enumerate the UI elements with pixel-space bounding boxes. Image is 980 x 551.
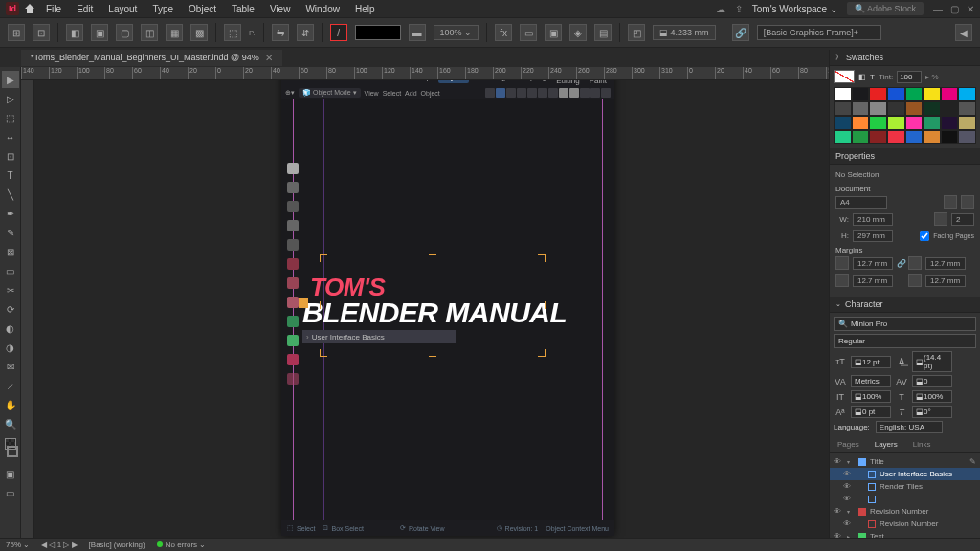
swatch-cell[interactable]: [941, 87, 959, 101]
tracking-input[interactable]: ⬓ 0: [912, 375, 952, 387]
swatch-cell[interactable]: [887, 130, 905, 144]
swatch-cell[interactable]: [869, 101, 887, 116]
close-icon[interactable]: ✕: [967, 4, 974, 14]
corner-size[interactable]: ⬓ 4.233 mm: [653, 25, 716, 40]
swatch-cell[interactable]: [923, 101, 941, 116]
gap-tool[interactable]: ↔: [2, 128, 19, 145]
ruler-vertical[interactable]: [21, 80, 34, 538]
link-icon[interactable]: 🔗: [732, 24, 749, 41]
stroke-swatch[interactable]: [7, 446, 18, 457]
swatch-cell[interactable]: [958, 116, 976, 130]
swatch-cell[interactable]: [852, 101, 870, 116]
character-panel-header[interactable]: ⌄Character: [830, 297, 980, 313]
swatch-cell[interactable]: [941, 101, 959, 116]
layer-row[interactable]: 👁▾Revision Number: [830, 505, 980, 518]
direct-selection-tool[interactable]: ▷: [2, 90, 19, 107]
width-input[interactable]: 210 mm: [853, 213, 893, 226]
rectangle-tool[interactable]: ▭: [2, 262, 19, 279]
corner-icon[interactable]: ◰: [628, 24, 645, 41]
swatch-cell[interactable]: [941, 130, 959, 144]
swatch-cell[interactable]: [905, 101, 924, 116]
canvas[interactable]: ⊛ File Edit Render Window Help Layout Mo…: [34, 80, 829, 538]
visibility-icon[interactable]: 👁: [843, 482, 853, 491]
hscale-input[interactable]: ⬓ 100%: [912, 390, 952, 403]
skew-input[interactable]: ⬓ 0°: [912, 406, 952, 418]
embed-icon[interactable]: ◧: [66, 24, 83, 41]
preflight-profile[interactable]: [Basic] (working): [89, 540, 145, 549]
line-tool[interactable]: ╲: [2, 186, 19, 203]
tab-links[interactable]: Links: [905, 437, 939, 452]
swatch-cell[interactable]: [834, 116, 852, 130]
swatch-none-icon[interactable]: [834, 70, 855, 83]
pencil-tool[interactable]: ✎: [2, 224, 19, 241]
kerning-input[interactable]: Metrics: [851, 375, 891, 387]
page-preset-dropdown[interactable]: A4: [835, 196, 887, 209]
swatch-cell[interactable]: [852, 130, 870, 144]
landscape-icon[interactable]: [961, 195, 974, 209]
disclosure-icon[interactable]: ▾: [847, 458, 855, 465]
vscale-input[interactable]: ⬓ 100%: [851, 390, 891, 403]
anchor-marker[interactable]: [299, 298, 308, 308]
scissors-tool[interactable]: ✂: [2, 281, 19, 298]
layer-row[interactable]: 👁▾Title✎: [830, 455, 980, 468]
layer-row[interactable]: 👁User Interface Basics: [830, 468, 980, 480]
menu-view[interactable]: View: [264, 2, 297, 16]
swatch-cell[interactable]: [958, 101, 976, 116]
language-dropdown[interactable]: English: USA: [876, 421, 943, 433]
fit-prop-icon[interactable]: ▩: [190, 24, 208, 41]
layer-row[interactable]: 👁Render Tiles: [830, 480, 980, 493]
center-icon[interactable]: ◫: [141, 24, 158, 41]
baseline-input[interactable]: ⬓ 0 pt: [851, 406, 891, 418]
zoom-tool[interactable]: 🔍: [2, 415, 19, 432]
note-tool[interactable]: ✉: [2, 358, 19, 375]
page-spread[interactable]: ⊛ File Edit Render Window Help Layout Mo…: [281, 80, 614, 536]
ruler-horizontal[interactable]: 1401201008060402002040608010012014016018…: [21, 67, 829, 80]
font-size-input[interactable]: ⬓ 12 pt: [851, 356, 891, 368]
font-style-dropdown[interactable]: Regular: [834, 334, 976, 348]
wrap-none-icon[interactable]: ▭: [520, 24, 537, 41]
minimize-icon[interactable]: —: [933, 4, 943, 14]
visibility-icon[interactable]: 👁: [843, 519, 853, 528]
wrap-bound-icon[interactable]: ▣: [545, 24, 562, 41]
menu-edit[interactable]: Edit: [71, 2, 99, 16]
swatch-cell[interactable]: [834, 87, 852, 101]
fit-content-icon[interactable]: ▣: [91, 24, 108, 41]
page-nav[interactable]: ◀ ◁ 1 ▷ ▶: [41, 540, 77, 549]
menu-file[interactable]: File: [40, 2, 67, 16]
subtitle-frame[interactable]: › User Interface Basics: [302, 330, 456, 343]
swatch-cell[interactable]: [834, 101, 852, 116]
menu-object[interactable]: Object: [183, 2, 222, 16]
hand-tool[interactable]: ✋: [2, 396, 19, 413]
document-tab[interactable]: *Toms_Blender_Manual_Beginners_UI_Master…: [21, 50, 282, 66]
pages-input[interactable]: 2: [951, 213, 974, 226]
menu-layout[interactable]: Layout: [102, 2, 143, 16]
menu-table[interactable]: Table: [226, 2, 260, 16]
swatch-cell[interactable]: [958, 130, 976, 144]
tab-close-icon[interactable]: ✕: [265, 53, 273, 63]
swatches-panel-header[interactable]: 》Swatches: [830, 50, 980, 66]
opacity-dropdown[interactable]: 100% ⌄: [434, 25, 479, 40]
rectangle-frame-tool[interactable]: ⊠: [2, 243, 19, 260]
swatch-cell[interactable]: [923, 116, 941, 130]
swatch-cell[interactable]: [923, 87, 941, 101]
visibility-icon[interactable]: 👁: [834, 457, 843, 466]
font-family-dropdown[interactable]: 🔍Minion Pro: [834, 317, 976, 331]
menu-type[interactable]: Type: [146, 2, 179, 16]
zoom-level[interactable]: 75% ⌄: [6, 540, 30, 549]
eyedropper-tool[interactable]: ⟋: [2, 377, 19, 394]
tab-pages[interactable]: Pages: [830, 437, 867, 452]
properties-panel-header[interactable]: Properties: [830, 148, 980, 165]
swatch-cell[interactable]: [887, 101, 905, 116]
edit-icon[interactable]: ✎: [969, 457, 976, 466]
xy-icon[interactable]: ⊡: [33, 24, 50, 41]
content-collector-tool[interactable]: ⊡: [2, 147, 19, 165]
facing-pages-checkbox[interactable]: [920, 231, 929, 241]
swatch-cell[interactable]: [887, 87, 905, 101]
home-icon[interactable]: [23, 2, 36, 15]
object-style-dropdown[interactable]: [Basic Graphics Frame]+: [757, 25, 881, 40]
portrait-icon[interactable]: [944, 195, 957, 209]
swatch-cell[interactable]: [852, 116, 870, 130]
swatch-cell[interactable]: [869, 116, 887, 130]
type-tool[interactable]: T: [2, 166, 19, 184]
cloud-icon[interactable]: ☁: [716, 4, 725, 14]
